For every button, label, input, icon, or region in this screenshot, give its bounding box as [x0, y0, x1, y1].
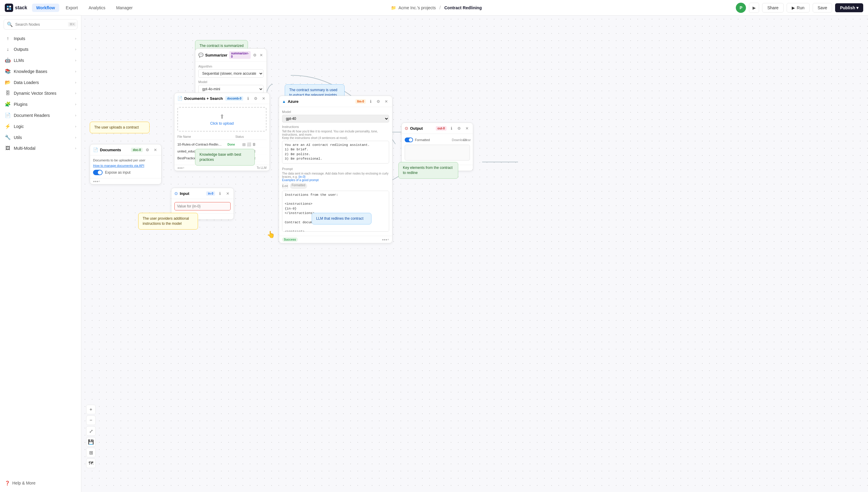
- output-value-textarea[interactable]: [405, 145, 470, 161]
- sidebar-item-llms[interactable]: 🤖 LLMs ›: [0, 55, 81, 66]
- search-box[interactable]: 🔍 ⌘K: [4, 19, 77, 30]
- avatar: P: [736, 3, 746, 13]
- plugins-arrow-icon: ›: [75, 102, 76, 106]
- grid-view-btn[interactable]: ⊞: [86, 448, 96, 457]
- save-view-btn[interactable]: 💾: [86, 437, 96, 447]
- doc-search-info-btn[interactable]: ℹ: [245, 95, 251, 101]
- canvas[interactable]: The contract is summarized 💬 Summarizer …: [81, 16, 868, 492]
- map-view-btn[interactable]: 🗺: [86, 459, 96, 468]
- output-toggle-row: Formatted Download Clear: [405, 137, 470, 143]
- documents-search-icon: 📄: [178, 96, 183, 101]
- file-list-header: File Name Status: [178, 134, 266, 140]
- documents-settings-btn[interactable]: ⚙: [144, 147, 150, 153]
- sidebar-item-dynamic-vector-stores[interactable]: 🗄 Dynamic Vector Stores ›: [0, 88, 81, 99]
- dynamic-vector-stores-icon: 🗄: [5, 91, 11, 96]
- publish-button[interactable]: Publish ▾: [835, 3, 863, 12]
- file-row: 10-Rules-of-Contract-Redlining-Elip... D…: [178, 141, 266, 148]
- fit-screen-btn[interactable]: ⤢: [86, 426, 96, 436]
- expose-as-input-toggle[interactable]: [93, 170, 102, 175]
- breadcrumb-project[interactable]: Acme Inc.'s projects: [398, 5, 436, 10]
- tab-workflow[interactable]: Workflow: [32, 4, 59, 12]
- azure-icon: ▲: [282, 99, 286, 104]
- search-input[interactable]: [15, 22, 66, 27]
- inputs-icon: ↑: [5, 36, 11, 41]
- knowledge-bases-arrow-icon: ›: [75, 69, 76, 74]
- summarizer-model-select[interactable]: gpt-4o-mini: [198, 85, 263, 93]
- doc-search-settings-btn[interactable]: ⚙: [253, 95, 259, 101]
- svg-rect-0: [7, 6, 9, 7]
- svg-rect-1: [9, 6, 11, 7]
- output-clear-btn[interactable]: Clear: [464, 137, 470, 143]
- azure-close-btn[interactable]: ✕: [383, 98, 389, 104]
- documents-node[interactable]: 📄 Documents doc-0 ⚙ ✕ Documents to be up…: [90, 144, 162, 184]
- save-button[interactable]: Save: [813, 3, 832, 13]
- output-body: Formatted Download Clear: [402, 134, 473, 165]
- sidebar-item-document-readers[interactable]: 📄 Document Readers ›: [0, 110, 81, 121]
- header: stack Workflow Export Analytics Manager …: [0, 0, 868, 16]
- upload-area[interactable]: ⬆ Click to upload: [178, 107, 266, 131]
- run-button[interactable]: ▶ Run: [787, 3, 810, 13]
- annotation-user-uploads: The user uploads a contract: [90, 122, 149, 133]
- summarizer-settings-btn[interactable]: ⚙: [253, 52, 257, 58]
- output-info-btn[interactable]: ℹ: [448, 125, 454, 131]
- prompt-formatted-badge: Formatted: [290, 183, 307, 189]
- header-actions: P ▶ Share ▶ Run Save Publish ▾: [736, 3, 863, 13]
- file-action-btn-1a[interactable]: ▤: [242, 142, 245, 146]
- sidebar-item-inputs[interactable]: ↑ Inputs ›: [0, 33, 81, 44]
- sidebar-item-plugins[interactable]: 🧩 Plugins ›: [0, 99, 81, 110]
- llms-icon: 🤖: [5, 57, 11, 63]
- sidebar-item-outputs[interactable]: ↓ Outputs ›: [0, 44, 81, 55]
- azure-instructions-textarea[interactable]: You are an AI contract redlining assista…: [282, 141, 389, 164]
- summarizer-algorithm-select[interactable]: Sequential (slower, more accurate): [198, 69, 263, 78]
- azure-info-btn[interactable]: ℹ: [368, 98, 374, 104]
- documents-body: Documents to be uploaded per user How to…: [90, 155, 161, 178]
- doc-search-close-btn[interactable]: ✕: [260, 95, 266, 101]
- tab-manager[interactable]: Manager: [112, 4, 137, 12]
- input-node-header: ⊙ Input in-0 ℹ ✕: [171, 188, 234, 199]
- sidebar-label-outputs: Outputs: [14, 47, 72, 52]
- outputs-icon: ↓: [5, 47, 11, 52]
- output-close-btn[interactable]: ✕: [464, 125, 470, 131]
- input-info-btn[interactable]: ℹ: [217, 190, 223, 196]
- prompt-edit-btn[interactable]: Edit: [282, 183, 288, 189]
- azure-footer: Success ●●●+: [279, 236, 392, 243]
- tab-analytics[interactable]: Analytics: [84, 4, 110, 12]
- file-action-btn-1c[interactable]: 🗑: [253, 142, 256, 146]
- llms-arrow-icon: ›: [75, 58, 76, 63]
- data-loaders-arrow-icon: ›: [75, 80, 76, 84]
- input-value-field[interactable]: [174, 202, 231, 211]
- tab-export[interactable]: Export: [62, 4, 82, 12]
- help-more[interactable]: ❓ Help & More: [0, 478, 81, 488]
- prompt-examples-link[interactable]: Examples of a good prompt: [282, 178, 319, 182]
- azure-prompt-textarea[interactable]: Instructions from the user: <instruction…: [282, 191, 389, 232]
- sidebar-item-multi-modal[interactable]: 🖼 Multi-Modal ›: [0, 143, 81, 154]
- output-settings-btn[interactable]: ⚙: [456, 125, 462, 131]
- sidebar-item-utils[interactable]: 🔧 Utils ›: [0, 132, 81, 143]
- sidebar-item-knowledge-bases[interactable]: 📚 Knowledge Bases ›: [0, 66, 81, 77]
- inputs-arrow-icon: ›: [75, 36, 76, 41]
- upload-icon: ⬆: [183, 113, 260, 120]
- documents-node-header: 📄 Documents doc-0 ⚙ ✕: [90, 144, 161, 155]
- azure-settings-btn[interactable]: ⚙: [375, 98, 381, 104]
- upload-link[interactable]: Click to upload: [210, 121, 234, 126]
- summarizer-node-header: 💬 Summarizer summarizer-0 ⚙ ✕: [195, 49, 266, 62]
- documents-close-btn[interactable]: ✕: [152, 147, 158, 153]
- output-download-btn[interactable]: Download: [456, 137, 462, 143]
- share-button[interactable]: Share: [762, 3, 783, 13]
- file-action-btn-1b[interactable]: ⬜: [247, 142, 251, 146]
- logo-icon: [5, 4, 13, 12]
- input-close-btn[interactable]: ✕: [225, 190, 231, 196]
- logo: stack: [5, 4, 27, 12]
- sidebar-item-logic[interactable]: ⚡ Logic ›: [0, 121, 81, 132]
- sidebar-item-data-loaders[interactable]: 📂 Data Loaders ›: [0, 77, 81, 88]
- annotation-user-instructions: The user providers additional instructio…: [138, 213, 198, 229]
- sidebar-label-logic: Logic: [14, 124, 72, 129]
- documents-api-link[interactable]: How to manage documents via API: [93, 164, 158, 167]
- pointer-icon-btn[interactable]: ▶: [749, 3, 759, 13]
- azure-model-select[interactable]: gpt-40: [282, 115, 389, 123]
- canvas-controls: + − ⤢ 💾 ⊞ 🗺: [86, 405, 96, 468]
- zoom-out-btn[interactable]: −: [86, 416, 96, 425]
- output-formatted-toggle[interactable]: [405, 138, 413, 142]
- zoom-in-btn[interactable]: +: [86, 405, 96, 414]
- summarizer-close-btn[interactable]: ✕: [259, 52, 263, 58]
